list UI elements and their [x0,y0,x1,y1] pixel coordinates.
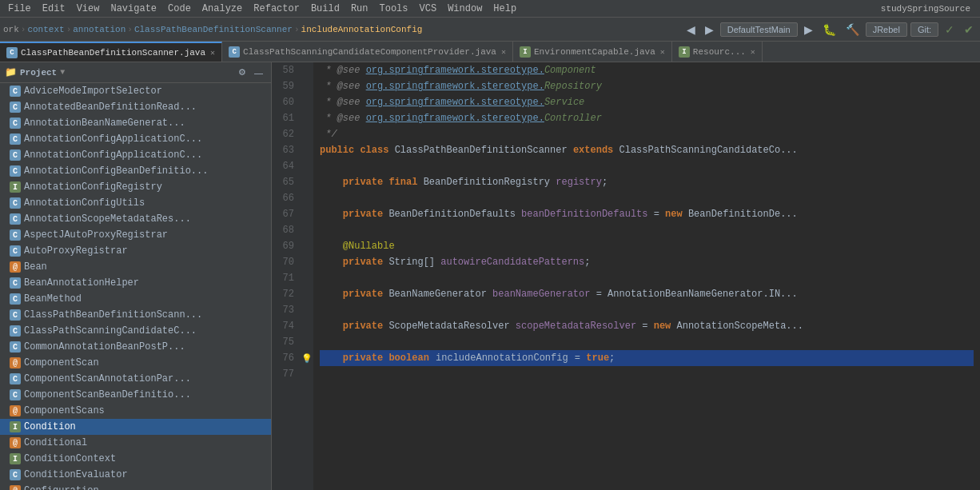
sidebar-item-annotationbeanname[interactable]: C AnnotationBeanNameGenerat... [0,115,271,131]
code-line-59: * @see org.springframework.stereotype.Re… [320,78,974,94]
debug-button[interactable]: 🐛 [819,22,839,38]
class-icon: C [10,149,21,161]
gutter-cell-58 [301,62,313,78]
sidebar-item-label: AspectJAutoProxyRegistrar [24,229,168,241]
menu-item-refactor[interactable]: Refactor [249,2,305,16]
code-content[interactable]: * @see org.springframework.stereotype.Co… [313,62,980,490]
sidebar-item-conditional[interactable]: @ Conditional [0,435,271,451]
green-check-button[interactable]: ✔ [961,22,977,38]
breadcrumb-part-context[interactable]: context [27,25,64,34]
git-label[interactable]: Git: [910,22,938,37]
sidebar-item-annotationconfigutils[interactable]: C AnnotationConfigUtils [0,195,271,211]
tab-close-3[interactable]: ✕ [660,47,665,57]
line-num-64: 64 [275,158,294,174]
sidebar-item-label: BeanMethod [24,293,82,305]
sidebar-item-componentscan[interactable]: @ ComponentScan [0,355,271,371]
tab-icon-i1: I [520,46,531,58]
back-button[interactable]: ◀ [683,22,699,38]
sidebar-item-label: Bean [24,261,47,273]
line-num-76: 76 [275,350,294,366]
sidebar-item-advicemode[interactable]: C AdviceModeImportSelector [0,83,271,99]
tab-classpathbean[interactable]: C ClassPathBeanDefinitionScanner.java ✕ [0,42,222,62]
sidebar-settings-btn[interactable]: ⚙ [235,66,249,79]
tab-close-2[interactable]: ✕ [501,47,506,57]
sidebar-item-condition[interactable]: I Condition [0,419,271,435]
menu-item-run[interactable]: Run [346,2,373,16]
sidebar-item-annotationconfig1[interactable]: C AnnotationConfigApplicationC... [0,131,271,147]
sidebar-item-annotatedbeandef[interactable]: C AnnotatedBeanDefinitionRead... [0,99,271,115]
sidebar-item-label: ComponentScan [24,357,99,368]
sidebar-item-label: ComponentScanBeanDefinitio... [24,389,191,400]
hint-bulb-icon[interactable]: 💡 [301,353,313,364]
class-icon: C [10,229,21,241]
menu-bar: File Edit View Navigate Code Analyze Ref… [0,0,980,18]
interface-icon: I [10,181,21,193]
sidebar-item-conditioncontext[interactable]: I ConditionContext [0,451,271,467]
tab-classpathscanning[interactable]: C ClassPathScanningCandidateComponentPro… [222,42,513,62]
gutter-cell-76[interactable]: 💡 [301,350,313,366]
gutter-cell-68 [301,222,313,238]
editor: 58 59 60 61 62 63 64 65 66 67 68 69 70 7… [272,62,980,490]
gutter-cell-69 [301,238,313,254]
breadcrumb-part-annotation[interactable]: annotation [73,25,125,34]
tab-resource[interactable]: I Resourc... ✕ [672,42,763,62]
class-icon: C [10,309,21,321]
sidebar-item-configuration[interactable]: @ Configuration [0,483,271,490]
checkmark-button[interactable]: ✓ [942,22,958,38]
tab-environmentcapable[interactable]: I EnvironmentCapable.java ✕ [513,42,672,62]
tab-label-4: Resourc... [693,47,746,57]
menu-item-vcs[interactable]: VCS [415,2,442,16]
line-num-60: 60 [275,94,294,110]
breadcrumb-part-class[interactable]: ClassPathBeanDefinitionScanner [134,25,293,34]
sidebar-item-conditionevaluator[interactable]: C ConditionEvaluator [0,467,271,483]
gutter-cell-73 [301,302,313,318]
sidebar-item-autoproxy[interactable]: C AutoProxyRegistrar [0,243,271,259]
sidebar-item-classpathbeandef[interactable]: C ClassPathBeanDefinitionScann... [0,307,271,323]
sidebar-item-componentscanannot[interactable]: C ComponentScanAnnotationPar... [0,371,271,387]
menu-item-edit[interactable]: Edit [38,2,70,16]
line-num-73: 73 [275,302,294,318]
menu-item-file[interactable]: File [3,2,36,16]
menu-item-view[interactable]: View [72,2,105,16]
menu-item-navigate[interactable]: Navigate [106,2,161,16]
sidebar-item-label: Conditional [24,437,87,448]
menu-item-build[interactable]: Build [306,2,345,16]
sidebar-list: C AdviceModeImportSelector C AnnotatedBe… [0,83,271,490]
menu-item-help[interactable]: Help [488,2,521,16]
menu-item-analyze[interactable]: Analyze [197,2,247,16]
run-config-dropdown[interactable]: DefaultTestMain [720,22,798,37]
folder-icon: 📁 [5,66,17,78]
sidebar-item-commonannotation[interactable]: C CommonAnnotationBeanPostP... [0,339,271,355]
sidebar-item-beanmethod[interactable]: C BeanMethod [0,291,271,307]
sidebar-item-bean[interactable]: @ Bean [0,259,271,275]
line-num-72: 72 [275,286,294,302]
forward-button[interactable]: ▶ [702,22,717,38]
menu-item-window[interactable]: Window [443,2,487,16]
tab-close-1[interactable]: ✕ [210,48,215,58]
line-num-63: 63 [275,142,294,158]
sidebar-item-annotationscope[interactable]: C AnnotationScopeMetadataRes... [0,211,271,227]
sidebar-item-componentscans[interactable]: @ ComponentScans [0,403,271,419]
run-button[interactable]: ▶ [801,22,816,38]
sidebar-minimize-btn[interactable]: — [251,66,266,79]
tab-close-4[interactable]: ✕ [751,47,755,57]
jrebel-dropdown[interactable]: JRebel [866,22,907,37]
class-icon: C [10,325,21,337]
sidebar-item-beanannotation[interactable]: C BeanAnnotationHelper [0,275,271,291]
sidebar-item-annotationconfigreg[interactable]: I AnnotationConfigRegistry [0,179,271,195]
sidebar-item-annotationconfigbean[interactable]: C AnnotationConfigBeanDefinitio... [0,163,271,179]
sidebar-item-classpathscanning[interactable]: C ClassPathScanningCandidateC... [0,323,271,339]
annotation-icon: @ [10,437,21,448]
sidebar-item-aspectjauto[interactable]: C AspectJAutoProxyRegistrar [0,227,271,243]
build-button[interactable]: 🔨 [843,22,862,38]
code-area[interactable]: 58 59 60 61 62 63 64 65 66 67 68 69 70 7… [272,62,980,490]
menu-item-code[interactable]: Code [163,2,196,16]
class-icon: C [10,293,21,305]
menu-item-tools[interactable]: Tools [375,2,413,16]
sidebar-item-componentscanbean[interactable]: C ComponentScanBeanDefinitio... [0,387,271,403]
line-num-77: 77 [275,366,294,382]
breadcrumb-part-func[interactable]: includeAnnotationConfig [301,25,423,34]
sidebar-item-label: AnnotatedBeanDefinitionRead... [24,102,197,113]
sidebar-item-annotationconfig2[interactable]: C AnnotationConfigApplicationC... [0,147,271,163]
line-num-71: 71 [275,270,294,286]
